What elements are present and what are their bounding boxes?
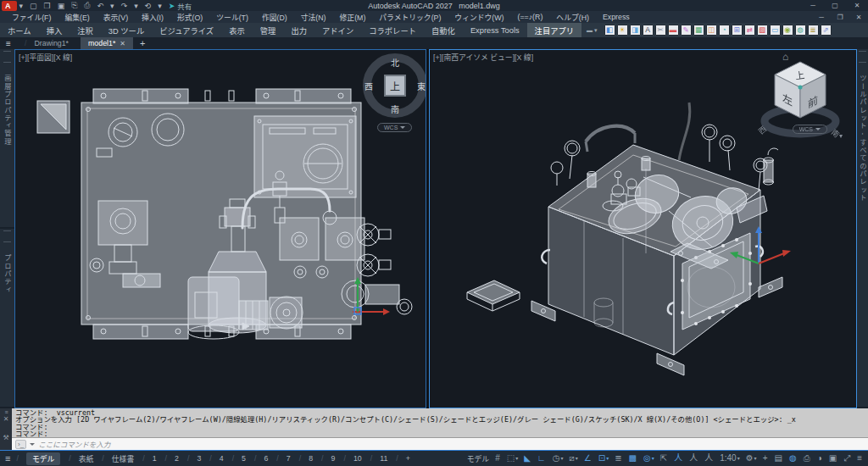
status-toggle-icon[interactable]: ⎙ [804, 454, 811, 463]
layout-tab[interactable]: 2 [161, 453, 183, 463]
qat-item[interactable]: ▾ [132, 1, 142, 11]
qat-item[interactable]: ▾ [108, 1, 119, 11]
viewport-controls-label[interactable]: [+][平面図][X 線] [19, 52, 72, 63]
layout-tab[interactable]: 4 [205, 453, 227, 463]
express-tool-icon[interactable]: ◫ [706, 25, 717, 36]
viewport-plan[interactable]: [+][平面図][X 線] 北 南 西 東 上 WCS [14, 49, 426, 408]
compass-south[interactable]: 南 [391, 103, 399, 115]
compass-west[interactable]: 西 [364, 80, 373, 92]
menu-item[interactable]: 寸法(N) [294, 12, 333, 23]
compass-east[interactable]: 東 [417, 80, 426, 92]
ribbon-tab[interactable]: 挿入 [39, 23, 70, 37]
express-tool-icon[interactable]: ≣ [808, 25, 819, 36]
status-toggle-icon[interactable]: ≡ [857, 454, 863, 463]
express-tool-icon[interactable]: ⇄ [744, 25, 755, 36]
menu-item[interactable]: (==♪(R) [511, 13, 550, 21]
status-toggle-icon[interactable]: ⤢ [843, 454, 851, 463]
layout-tab[interactable]: 7 [272, 453, 294, 463]
status-toggle-icon[interactable]: ◷▾ [553, 454, 564, 463]
ribbon-tab[interactable]: ホーム [0, 23, 39, 37]
status-toggle-icon[interactable]: ⚙▾ [746, 454, 757, 463]
qat-item[interactable]: ▾ [18, 1, 28, 11]
status-toggle-icon[interactable]: ∠ [584, 454, 593, 463]
express-tool-icon[interactable]: ◧ [604, 25, 615, 36]
ribbon-tab[interactable]: 注目アプリ [527, 23, 582, 37]
status-toggle-icon[interactable]: 人 [704, 454, 714, 463]
express-tool-icon[interactable]: ▧ [757, 25, 768, 36]
qat-item[interactable]: ↷ [120, 1, 132, 11]
layout-tab[interactable]: 6 [250, 453, 272, 463]
ribbon-tab[interactable]: 出力 [283, 23, 314, 37]
ribbon-tab[interactable]: Express Tools [463, 23, 527, 37]
express-tool-icon[interactable]: ✎ [681, 25, 692, 36]
status-toggle-icon[interactable]: ⊡▾ [598, 454, 609, 463]
status-toggle-icon[interactable]: ≣ [615, 454, 622, 463]
qat-item[interactable]: ↶ [96, 1, 108, 11]
layout-tab[interactable]: 5 [228, 453, 250, 463]
ribbon-collapse-button[interactable]: ▬ ▾ [587, 27, 597, 34]
viewcube-2d-compass[interactable]: 北 南 西 東 上 [363, 53, 426, 118]
express-tool-icon[interactable]: ◍ [795, 25, 806, 36]
file-tab[interactable]: Drawing1* [17, 37, 81, 49]
express-tool-icon[interactable]: ▦ [693, 25, 704, 36]
chevron-down-icon[interactable] [30, 443, 35, 446]
status-toggle-icon[interactable]: ◎▾ [643, 454, 654, 463]
window-control-button[interactable]: ▢ [824, 0, 846, 11]
qat-item[interactable]: ➤共有 [167, 1, 194, 11]
command-input[interactable]: ›_ ここにコマンドを入力 [12, 437, 868, 450]
new-drawing-tab-button[interactable]: + [140, 38, 145, 48]
layout-tab[interactable]: モデル [12, 452, 64, 466]
menu-item[interactable]: 編集(E) [58, 12, 96, 23]
file-tab-menu-icon[interactable]: ≡ [0, 39, 17, 48]
doc-control-button[interactable]: ❐ [831, 14, 849, 21]
ucs-dropdown[interactable]: WCS [793, 125, 827, 134]
layout-tab[interactable]: 10 [339, 453, 365, 463]
layout-tab[interactable]: 8 [295, 453, 317, 463]
layout-tab[interactable]: 表紙 [64, 452, 97, 465]
status-toggle-icon[interactable]: ◑ [817, 454, 823, 463]
layout-tab[interactable]: 1 [138, 453, 160, 463]
file-tab[interactable]: model1*✕ [81, 37, 133, 49]
layout-tab[interactable]: 9 [317, 453, 339, 463]
express-tool-icon[interactable]: ▬ [668, 25, 679, 36]
ribbon-tab[interactable]: 管理 [253, 23, 284, 37]
menu-item[interactable]: 修正(M) [333, 12, 373, 23]
tool-palettes-tab[interactable]: ツールパレット - すべてのパレット [857, 49, 868, 408]
command-prompt-icon[interactable]: ›_ [15, 440, 26, 449]
layout-tab[interactable]: 仕様書 [97, 452, 138, 465]
menu-item[interactable]: ツール(T) [209, 12, 255, 23]
ribbon-tab[interactable]: 3D ツール [101, 23, 152, 37]
status-toggle-icon[interactable]: + [763, 454, 769, 463]
layer-properties-palette-tab[interactable]: 画層プロパティ管理 [0, 49, 14, 229]
qat-item[interactable]: ▾ [156, 1, 166, 11]
express-tool-icon[interactable]: ⊞ [732, 25, 743, 36]
ribbon-tab[interactable]: 自動化 [424, 23, 463, 37]
status-toggle-icon[interactable]: ⇱ [660, 454, 668, 463]
wrench-icon[interactable]: ⚒ [3, 434, 8, 441]
layout-tab[interactable]: 3 [183, 453, 205, 463]
model-space-label[interactable]: モデル [467, 453, 489, 464]
status-toggle-icon[interactable]: ⧄▾ [569, 454, 577, 463]
menu-item[interactable]: ヘルプ(H) [549, 12, 596, 23]
express-tool-icon[interactable]: A [643, 25, 654, 36]
close-icon[interactable]: ✕ [3, 415, 9, 423]
qat-item[interactable]: ▣ [56, 1, 70, 11]
status-toggle-icon[interactable]: ◣ [524, 454, 531, 463]
express-tool-icon[interactable]: ▭ [770, 25, 781, 36]
status-toggle-icon[interactable]: 人 [689, 454, 698, 463]
menu-item[interactable]: 挿入(I) [135, 12, 170, 23]
ribbon-tab[interactable]: コラボレート [361, 23, 424, 37]
qat-item[interactable]: ⎙ [82, 1, 94, 11]
express-tool-icon[interactable]: ◔ [719, 25, 730, 36]
qat-item[interactable]: ▢ [28, 1, 42, 11]
drag-grip-icon[interactable]: ≡ [4, 409, 7, 415]
ribbon-tab[interactable]: アドイン [314, 23, 361, 37]
menu-item[interactable]: 作図(D) [255, 12, 294, 23]
qat-item[interactable]: ❐ [42, 1, 55, 11]
status-toggle-icon[interactable]: 人 [674, 454, 683, 463]
layout-tab[interactable]: + [392, 453, 415, 463]
status-toggle-icon[interactable]: ▣ [829, 454, 837, 463]
express-tool-icon[interactable]: ⇗ [821, 25, 832, 36]
express-tool-icon[interactable]: ◨ [630, 25, 641, 36]
ribbon-tab[interactable]: ビジュアライズ [152, 23, 221, 37]
